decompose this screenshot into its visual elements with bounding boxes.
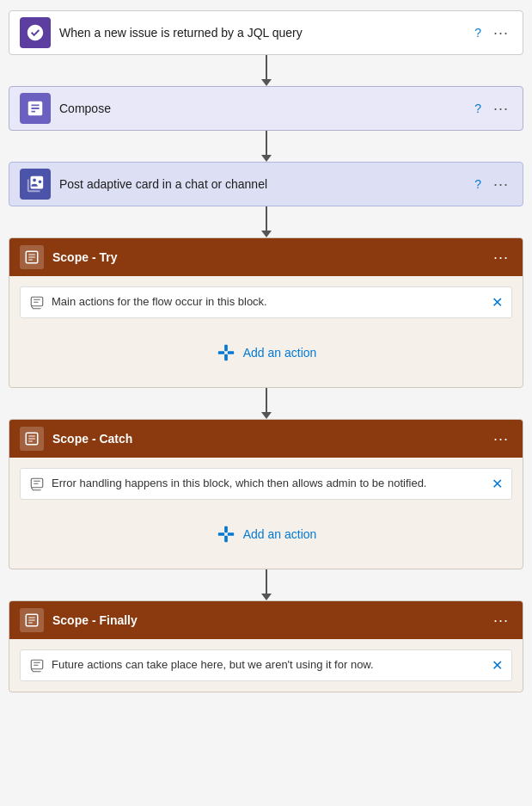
compose-icon <box>20 93 51 124</box>
scope-finally-note: Future actions can take place here, but … <box>20 649 512 681</box>
arrow-line-2 <box>266 131 267 155</box>
teams-actions: ? ··· <box>473 174 512 195</box>
svg-rect-3 <box>228 351 234 354</box>
trigger-card: When a new issue is returned by a JQL qu… <box>9 10 523 55</box>
scope-try-header: Scope - Try ··· <box>9 238 523 276</box>
scope-catch-note: Error handling happens in this block, wh… <box>20 468 512 500</box>
svg-rect-10 <box>224 526 228 532</box>
compose-actions: ? ··· <box>473 98 512 120</box>
scope-catch-add-label: Add an action <box>243 527 317 541</box>
svg-rect-5 <box>224 354 228 360</box>
svg-rect-7 <box>31 478 43 488</box>
scope-try-menu-button[interactable]: ··· <box>490 247 512 268</box>
trigger-help-button[interactable]: ? <box>473 24 483 41</box>
scope-try-add-label: Add an action <box>243 346 317 360</box>
compose-menu-button[interactable]: ··· <box>490 98 512 120</box>
scope-try-close-button[interactable]: ✕ <box>492 294 503 311</box>
arrow-3 <box>261 206 272 237</box>
teams-card: Post adaptive card in a chat or channel … <box>9 162 523 206</box>
svg-rect-4 <box>224 345 228 351</box>
note-icon-catch <box>29 477 45 492</box>
arrow-line-5 <box>266 569 267 594</box>
arrow-head-5 <box>261 594 272 600</box>
trigger-label: When a new issue is returned by a JQL qu… <box>59 26 473 40</box>
arrow-head-3 <box>261 231 272 237</box>
compose-label: Compose <box>59 102 473 115</box>
note-icon-try <box>29 295 45 311</box>
scope-try-title: Scope - Try <box>52 250 490 264</box>
arrow-head <box>261 79 272 86</box>
scope-finally-close-button[interactable]: ✕ <box>492 657 503 674</box>
teams-label: Post adaptive card in a chat or channel <box>59 177 473 191</box>
add-action-icon-catch <box>216 524 236 545</box>
arrow-line <box>266 55 267 79</box>
scope-catch-close-button[interactable]: ✕ <box>492 476 503 492</box>
scope-catch-add-button[interactable]: Add an action <box>216 524 317 545</box>
arrow-head-4 <box>261 412 272 419</box>
scope-finally-menu-button[interactable]: ··· <box>490 610 512 631</box>
scope-catch-title: Scope - Catch <box>52 432 490 446</box>
svg-rect-9 <box>228 532 234 536</box>
teams-menu-button[interactable]: ··· <box>490 174 512 195</box>
scope-finally-icon <box>20 608 44 632</box>
arrow-5 <box>261 569 272 600</box>
scope-catch-add-area: Add an action <box>20 500 512 558</box>
add-action-icon-try <box>216 342 236 363</box>
scope-finally-title: Scope - Finally <box>52 613 490 627</box>
arrow-head-2 <box>261 155 272 162</box>
scope-finally-note-text: Future actions can take place here, but … <box>52 657 485 673</box>
scope-try-icon <box>20 245 44 269</box>
trigger-actions: ? ··· <box>473 22 512 44</box>
scope-try-add-area: Add an action <box>20 318 512 377</box>
scope-try-note: Main actions for the flow occur in this … <box>20 286 512 318</box>
arrow-1 <box>261 55 272 86</box>
scope-catch-icon <box>20 427 44 451</box>
scope-catch-menu-button[interactable]: ··· <box>490 428 512 450</box>
scope-try-note-text: Main actions for the flow occur in this … <box>52 294 485 310</box>
arrow-line-3 <box>266 206 267 231</box>
svg-rect-11 <box>224 536 228 542</box>
svg-rect-1 <box>31 297 43 306</box>
svg-rect-8 <box>218 532 224 536</box>
scope-try-body: Main actions for the flow occur in this … <box>9 276 523 387</box>
scope-catch-note-text: Error handling happens in this block, wh… <box>52 476 485 491</box>
scope-try-block: Scope - Try ··· Main actions for the flo… <box>9 237 523 388</box>
trigger-menu-button[interactable]: ··· <box>490 22 512 44</box>
teams-icon <box>20 169 51 200</box>
compose-card: Compose ? ··· <box>9 86 523 131</box>
teams-help-button[interactable]: ? <box>473 175 483 193</box>
arrow-4 <box>261 388 272 419</box>
note-icon-finally <box>29 658 45 674</box>
scope-finally-header: Scope - Finally ··· <box>9 601 523 639</box>
arrow-2 <box>261 131 272 162</box>
compose-help-button[interactable]: ? <box>473 100 483 117</box>
arrow-line-4 <box>266 388 267 412</box>
flow-container: When a new issue is returned by a JQL qu… <box>9 10 523 692</box>
scope-catch-header: Scope - Catch ··· <box>9 420 523 458</box>
scope-finally-body: Future actions can take place here, but … <box>9 639 523 692</box>
scope-try-add-button[interactable]: Add an action <box>216 342 317 363</box>
scope-catch-body: Error handling happens in this block, wh… <box>9 458 523 569</box>
svg-rect-2 <box>218 351 224 354</box>
svg-rect-13 <box>31 660 43 669</box>
jira-icon <box>20 17 51 48</box>
scope-finally-block: Scope - Finally ··· Future actions can t… <box>9 600 523 692</box>
scope-catch-block: Scope - Catch ··· Error handling happens… <box>9 419 523 569</box>
